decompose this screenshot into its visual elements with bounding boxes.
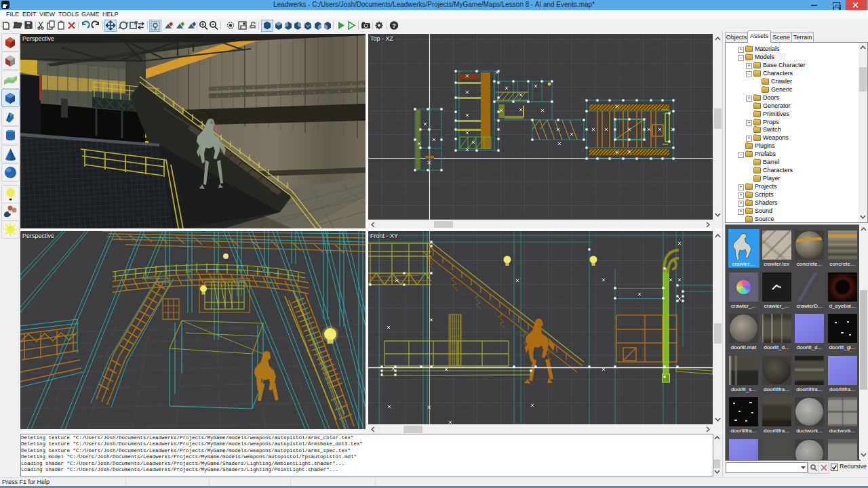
svg-text:?: ? (392, 22, 396, 29)
